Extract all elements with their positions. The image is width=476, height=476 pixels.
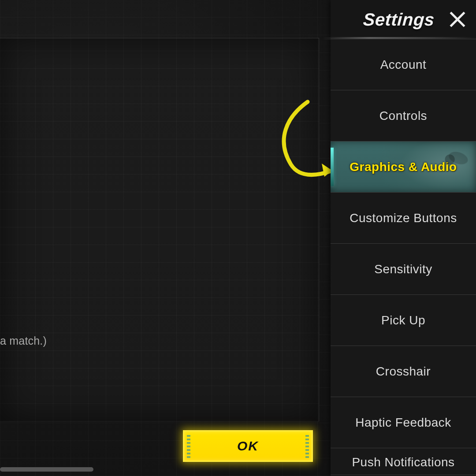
sidebar-item-crosshair[interactable]: Crosshair xyxy=(331,346,476,397)
sidebar-item-label: Account xyxy=(380,58,427,72)
settings-screen-background: a match.) OK Settings Ac xyxy=(0,0,476,476)
close-icon xyxy=(448,23,467,30)
settings-header: Settings xyxy=(331,0,476,39)
settings-title: Settings xyxy=(363,10,435,30)
ok-button[interactable]: OK xyxy=(183,430,313,462)
sidebar-item-graphics-audio[interactable]: Graphics & Audio xyxy=(331,141,476,192)
sidebar-item-haptic-feedback[interactable]: Haptic Feedback xyxy=(331,397,476,448)
sidebar-item-pick-up[interactable]: Pick Up xyxy=(331,294,476,346)
sidebar-item-label: Pick Up xyxy=(381,313,425,327)
sidebar-item-sensitivity[interactable]: Sensitivity xyxy=(331,243,476,294)
sidebar-item-label: Controls xyxy=(379,109,427,123)
bottom-scroll-indicator xyxy=(0,467,93,472)
sidebar-item-push-notifications[interactable]: Push Notifications xyxy=(331,448,476,475)
sidebar-item-label: Haptic Feedback xyxy=(355,416,451,430)
close-button[interactable] xyxy=(448,10,467,29)
sidebar-item-label: Graphics & Audio xyxy=(350,160,457,174)
settings-sidebar: Settings Account Controls Graphics & Aud… xyxy=(331,0,476,476)
sidebar-item-controls[interactable]: Controls xyxy=(331,90,476,141)
hint-text-fragment: a match.) xyxy=(0,335,47,347)
settings-content-panel: a match.) xyxy=(0,38,319,421)
sidebar-item-label: Push Notifications xyxy=(352,455,454,469)
sidebar-item-label: Sensitivity xyxy=(374,262,432,276)
ok-button-label: OK xyxy=(237,439,259,454)
sidebar-item-label: Crosshair xyxy=(376,364,431,379)
sidebar-item-customize-buttons[interactable]: Customize Buttons xyxy=(331,192,476,243)
sidebar-item-account[interactable]: Account xyxy=(331,39,476,90)
sidebar-item-label: Customize Buttons xyxy=(350,211,457,225)
settings-menu: Account Controls Graphics & Audio Custom… xyxy=(331,39,476,476)
